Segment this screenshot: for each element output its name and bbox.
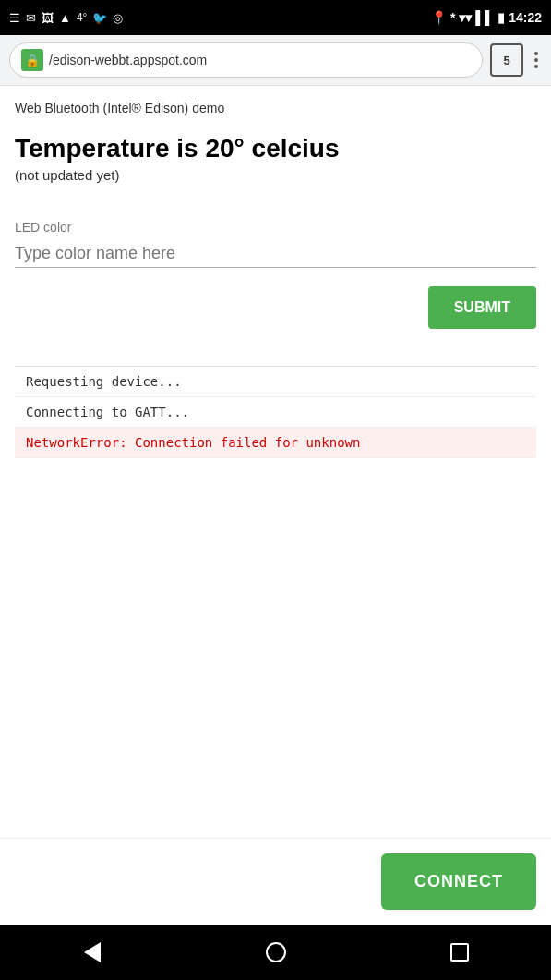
- home-icon: [266, 942, 286, 962]
- tabs-button[interactable]: 5: [490, 43, 523, 77]
- submit-button[interactable]: SUBMIT: [428, 286, 536, 329]
- back-button[interactable]: [69, 934, 115, 971]
- main-content: Web Bluetooth (Intel® Edison) demo Tempe…: [0, 86, 551, 838]
- led-color-input[interactable]: [15, 240, 536, 268]
- browser-chrome: 🔒 /edison-webbt.appspot.com 5: [0, 35, 551, 86]
- log-line-1: Requesting device...: [15, 367, 536, 397]
- signal-icon: ▌▌: [475, 10, 494, 25]
- image-icon: 🖼: [42, 11, 54, 25]
- connect-row: CONNECT: [0, 838, 551, 925]
- led-label: LED color: [15, 220, 536, 235]
- twitter-icon: 🐦: [92, 11, 107, 25]
- temperature-heading: Temperature is 20° celcius: [15, 134, 536, 163]
- recents-button[interactable]: [437, 934, 483, 971]
- address-bar[interactable]: 🔒 /edison-webbt.appspot.com: [9, 42, 483, 78]
- temp-icon: 4°: [77, 11, 87, 24]
- battery-icon: ▮: [497, 10, 505, 25]
- url-text: /edison-webbt.appspot.com: [49, 53, 207, 67]
- log-section: Requesting device... Connecting to GATT.…: [15, 366, 536, 458]
- home-button[interactable]: [253, 934, 299, 971]
- back-icon: [84, 942, 101, 962]
- tabs-count: 5: [503, 54, 509, 67]
- menu-dot-2: [534, 58, 538, 62]
- bottom-nav: [0, 925, 551, 980]
- menu-dot-1: [534, 52, 538, 55]
- chrome-icon: ◎: [113, 11, 123, 25]
- doc-icon: ☰: [9, 11, 20, 25]
- recents-icon: [450, 943, 469, 962]
- status-icons-right: 📍 * ▾▾ ▌▌ ▮ 14:22: [431, 10, 542, 25]
- log-line-error: NetworkError: Connection failed for unkn…: [15, 428, 536, 458]
- mountain-icon: ▲: [59, 11, 71, 25]
- email-icon: ✉: [26, 11, 36, 25]
- bluetooth-icon: *: [450, 10, 455, 25]
- location-icon: 📍: [431, 10, 447, 25]
- log-line-2: Connecting to GATT...: [15, 397, 536, 428]
- wifi-icon: ▾▾: [459, 10, 472, 25]
- menu-button[interactable]: [531, 48, 542, 72]
- not-updated-label: (not updated yet): [15, 167, 536, 183]
- clock: 14:22: [509, 10, 542, 25]
- page-subtitle: Web Bluetooth (Intel® Edison) demo: [15, 101, 536, 115]
- submit-row: SUBMIT: [15, 286, 536, 329]
- status-icons-left: ☰ ✉ 🖼 ▲ 4° 🐦 ◎: [9, 11, 123, 25]
- led-section: LED color: [15, 220, 536, 268]
- connect-button[interactable]: CONNECT: [381, 853, 536, 910]
- menu-dot-3: [534, 65, 538, 68]
- status-bar: ☰ ✉ 🖼 ▲ 4° 🐦 ◎ 📍 * ▾▾ ▌▌ ▮ 14:22: [0, 0, 551, 35]
- lock-icon: 🔒: [21, 49, 43, 71]
